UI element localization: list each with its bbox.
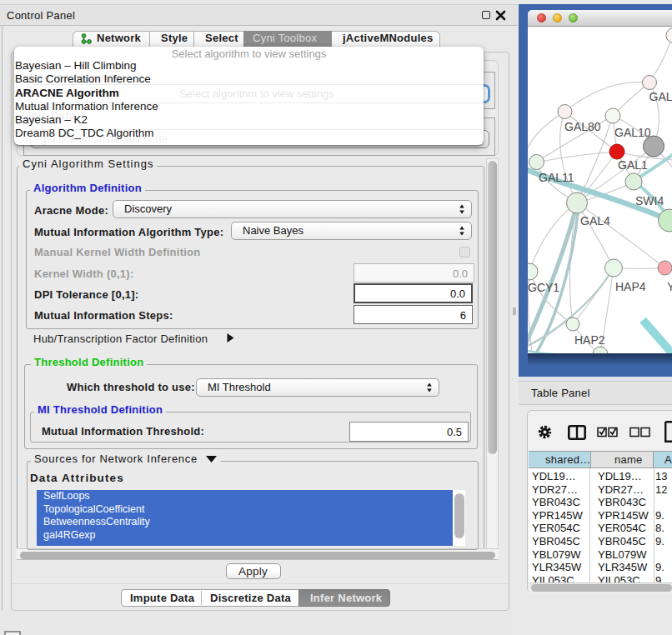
svg-text:SWI4: SWI4 xyxy=(635,194,664,208)
svg-text:GAL10: GAL10 xyxy=(614,126,651,139)
svg-text:GAL80: GAL80 xyxy=(564,120,601,133)
svg-text:GCY1: GCY1 xyxy=(528,281,559,294)
svg-text:GAL7: GAL7 xyxy=(649,90,672,103)
svg-text:GAL4: GAL4 xyxy=(580,214,610,228)
svg-text:Y: Y xyxy=(667,280,672,293)
svg-text:HAP4: HAP4 xyxy=(615,280,646,293)
svg-text:GAL11: GAL11 xyxy=(539,171,574,184)
svg-text:GAL1: GAL1 xyxy=(618,158,648,172)
svg-text:HAP2: HAP2 xyxy=(574,333,605,347)
